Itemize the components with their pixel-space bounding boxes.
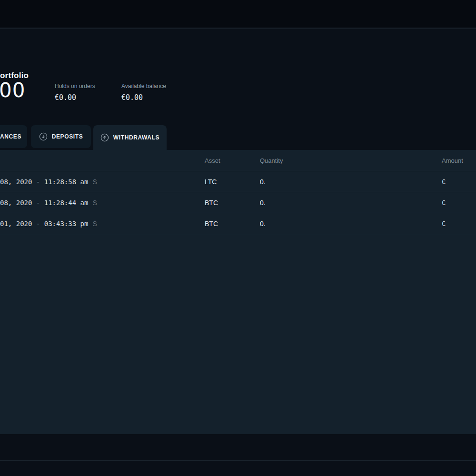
arrow-up-circle-icon: [100, 133, 109, 142]
tab-balances-label: ANCES: [0, 133, 21, 140]
withdrawals-panel: Asset Quantity Amount 08, 2020 - 11:28:5…: [0, 150, 476, 434]
withdrawal-asset: BTC: [205, 192, 218, 213]
withdrawal-quantity: 0.: [260, 171, 266, 192]
below-panel-area: [0, 434, 476, 460]
withdrawal-date: 08, 2020 - 11:28:58 am: [0, 178, 88, 186]
arrow-down-circle-icon: [39, 132, 48, 141]
tab-balances[interactable]: ANCES: [0, 125, 27, 148]
table-row[interactable]: 08, 2020 - 11:28:58 am S LTC 0. €: [0, 171, 476, 192]
holds-on-orders-label: Holds on orders: [55, 83, 95, 89]
withdrawal-amount: €: [442, 171, 446, 192]
withdrawal-status: S: [92, 199, 97, 207]
top-nav-bar: [0, 0, 476, 28]
topbar-divider: [0, 28, 476, 29]
withdrawal-date: 08, 2020 - 11:28:44 am: [0, 199, 88, 207]
tab-deposits[interactable]: DEPOSITS: [31, 125, 91, 148]
withdrawal-asset: LTC: [205, 171, 217, 192]
column-header-amount: Amount: [442, 150, 463, 171]
tab-deposits-label: DEPOSITS: [52, 133, 83, 140]
withdrawal-asset: BTC: [205, 213, 218, 234]
withdrawal-date: 01, 2020 - 03:43:33 pm: [0, 220, 88, 228]
tab-withdrawals-label: WITHDRAWALS: [113, 134, 159, 141]
table-header: Asset Quantity Amount: [0, 150, 476, 171]
footer-bar: [0, 461, 476, 476]
holds-on-orders-stat: Holds on orders €0.00: [55, 83, 95, 102]
available-balance-label: Available balance: [121, 83, 166, 89]
withdrawal-status: S: [92, 220, 97, 228]
app-screen: ortfolio 00 Holds on orders €0.00 Availa…: [0, 0, 476, 476]
available-balance-stat: Available balance €0.00: [121, 83, 166, 102]
column-header-quantity: Quantity: [260, 150, 283, 171]
table-row[interactable]: 08, 2020 - 11:28:44 am S BTC 0. €: [0, 192, 476, 213]
withdrawal-quantity: 0.: [260, 213, 266, 234]
column-header-asset: Asset: [205, 150, 220, 171]
withdrawal-amount: €: [442, 213, 446, 234]
holds-on-orders-value: €0.00: [55, 93, 95, 102]
total-balance: 00: [0, 80, 25, 101]
withdrawal-quantity: 0.: [260, 192, 266, 213]
table-row[interactable]: 01, 2020 - 03:43:33 pm S BTC 0. €: [0, 213, 476, 234]
tab-withdrawals[interactable]: WITHDRAWALS: [93, 125, 167, 150]
withdrawal-status: S: [92, 178, 97, 186]
withdrawal-amount: €: [442, 192, 446, 213]
available-balance-value: €0.00: [121, 93, 166, 102]
